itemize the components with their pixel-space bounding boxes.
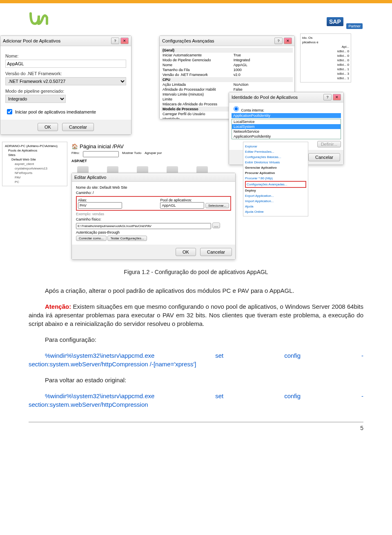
screenshots-area: Adicionar Pool de Aplicativos ? ✕ Nome: … [0,36,392,260]
checkbox-label: Iniciar pool de aplicativos imediatament… [15,109,96,114]
editapp-titlebar: Editar Aplicativo [72,173,235,182]
iis-actions-panel: Explorar Editar Permissões... Configuraç… [243,142,308,216]
command-1-line2: section:system.webServer/httpCompression… [29,360,363,368]
start-immediately-checkbox[interactable] [7,109,12,114]
opt-apppoolidentity[interactable]: ApplicationPoolIdentity [232,134,341,139]
opt-localservice[interactable]: LocalService [232,119,341,124]
internal-account-label: Conta interna: [241,108,265,112]
select-pool-button[interactable]: Selecionar... [205,203,229,208]
command-2-line1: %windir%\system32\inetsrv\appcmd.exe set… [45,392,363,400]
opt-localsystem[interactable]: LocalSystem [232,124,341,129]
browse-button[interactable]: ... [212,223,220,228]
tree-pools[interactable]: Pools de Aplicativos [4,148,65,153]
paragraph-4: Para voltar ao estado original: [29,376,363,384]
help-icon[interactable]: ? [111,38,119,44]
dialog1-titlebar: Adicionar Pool de Aplicativos ? ✕ [0,36,131,46]
internal-account-radio[interactable] [234,106,239,111]
dialog2a-titlebar: Identidade do Pool de Aplicativos ? ✕ [229,92,343,103]
edit-app-dialog: Editar Aplicativo Nome do site: Default … [71,173,236,260]
test-config-button[interactable]: Testar Configurações... [107,236,147,241]
tree-aspnet-client[interactable]: aspnet_client [4,162,65,166]
action-virtual-dirs[interactable]: Exibir Diretórios Virtuais [245,160,306,165]
dialog2-title: Configurações Avançadas [162,38,214,43]
close-icon[interactable]: ✕ [120,38,129,44]
action-basic-config[interactable]: Configurações Básicas... [245,154,306,160]
iis-tree: ADRIANO-PC (Adriano-PC\Adriano) Pools de… [2,142,67,186]
identity-selected[interactable]: ApplicationPoolIdentity [232,113,341,118]
deploy-hd: Deploy [245,188,306,193]
framework-select[interactable]: .NET Framework v2.0.50727 [5,77,126,85]
add-pool-dialog: Adicionar Pool de Aplicativos ? ✕ Nome: … [0,36,131,135]
framework-label: Versão do .NET Framework: [5,71,126,76]
alias-input[interactable] [78,202,122,209]
action-import[interactable]: Import Application... [245,198,306,204]
dialog2-titlebar: Configurações Avançadas ? ✕ [160,36,294,46]
paragraph-2-rest: Existem situações em que mesmo configura… [29,303,363,327]
connect-as-button[interactable]: Conectar como... [76,236,107,241]
action-export[interactable]: Export Application... [245,193,306,198]
ok-button[interactable]: OK [176,248,196,256]
command-2-line2: section:system.webServer/httpCompression [29,400,363,409]
ok-button[interactable]: OK [38,123,58,131]
group-cpu: CPU [161,77,293,82]
iis-manager-area: ADRIANO-PC (Adriano-PC\Adriano) Pools de… [2,142,312,248]
action-advanced-config[interactable]: Configurações Avançadas... [245,181,306,188]
cancel-button[interactable]: Cancelar [62,123,94,131]
action-browse-hd: Procurar Aplicativo [245,170,306,176]
tree-nfe[interactable]: NFeReports [4,171,65,175]
aspnet-group: ASP.NET [71,159,235,163]
tree-pc[interactable]: PC [4,180,65,184]
paragraph-3: Para configuração: [29,335,363,344]
action-help-online[interactable]: Ajuda Online [245,209,306,214]
page-header: SAP Partner [0,3,392,36]
action-manage-hd: Gerenciar Aplicativo [245,165,306,170]
pool-highlight-box: Alias: Pool de aplicativos: Selecionar..… [76,196,231,211]
name-input[interactable] [5,60,126,68]
action-explore[interactable]: Explorar [245,144,306,149]
page-number: 5 [360,425,363,431]
name-label: Nome: [5,54,126,58]
identity-dropdown: LocalService LocalSystem NetworkService … [232,119,341,139]
help-icon[interactable]: ? [274,38,283,44]
sap-logo-text: SAP [327,17,343,26]
orange-top-bar [0,0,392,3]
figure-caption: Figura 1.2 - Configuração do pool de apl… [29,268,363,276]
pipeline-label: Modo de pipeline gerenciado: [5,89,126,94]
home-icon: 🏠 [71,143,78,149]
tree-dws[interactable]: Default Web Site [4,157,65,162]
sap-partner-logo: SAP Partner [327,12,363,31]
une-logo [29,11,53,31]
paragraph-1: Após a criação, alterar o pool padrão de… [29,286,363,295]
filter-input[interactable] [83,151,119,157]
opt-networkservice[interactable]: NetworkService [232,129,341,134]
cancel-button[interactable]: Cancelar [200,248,232,256]
page-footer: 5 [0,417,392,436]
action-help[interactable]: Ajuda [245,204,306,209]
dialog2a-title: Identidade do Pool de Aplicativos [232,95,298,100]
tree-root[interactable]: ADRIANO-PC (Adriano-PC\Adriano) [4,144,65,148]
action-browse-80[interactable]: Procurar *:80 (http) [245,176,306,181]
side-panel-fragment: ido. Os plicativos e Apl... icBd... 0 ic… [300,33,351,82]
action-edit-perm[interactable]: Editar Permissões... [245,149,306,154]
attention-label: Atenção: [45,303,71,310]
close-icon[interactable]: ✕ [284,38,292,44]
close-icon[interactable]: ✕ [333,94,341,100]
tree-sites[interactable]: Sites [4,153,65,157]
pool-input [160,202,204,209]
document-content: Figura 1.2 - Configuração do pool de apl… [0,260,392,417]
group-geral: (Geral) [161,48,293,53]
partner-text: Partner [346,23,363,29]
iis-page-title: 🏠 Página inicial /PAV [71,142,235,151]
physical-path-input[interactable] [76,223,211,229]
help-icon[interactable]: ? [323,94,332,100]
define-button: Definir... [317,141,341,147]
tree-pav[interactable]: PAV [4,175,65,180]
dialog1-title: Adicionar Pool de Aplicativos [3,38,60,43]
editapp-title: Editar Aplicativo [74,175,106,180]
paragraph-attention: Atenção: Existem situações em que mesmo … [29,302,363,328]
tree-crystal[interactable]: crystalreportviewers13 [4,166,65,171]
command-1-line1: %windir%\system32\inetsrv\appcmd.exe set… [45,351,363,360]
cancel-button[interactable]: Cancelar [308,153,340,161]
pipeline-select[interactable]: Integrado [5,95,66,103]
